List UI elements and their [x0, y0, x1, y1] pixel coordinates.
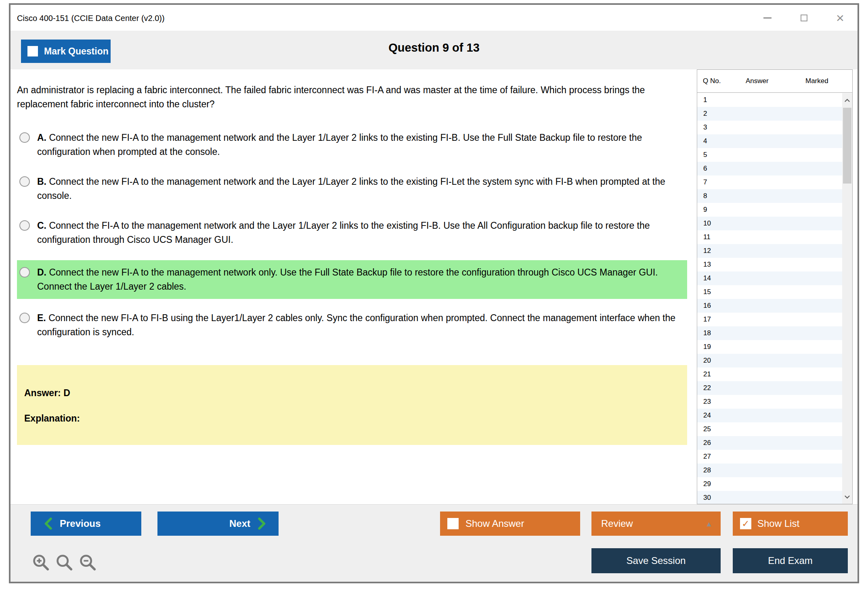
zoom-reset-icon[interactable] — [55, 553, 73, 572]
option-b-radio[interactable] — [19, 176, 30, 187]
minimize-button[interactable] — [762, 13, 773, 23]
question-list-row[interactable]: 17 — [697, 313, 842, 326]
option-d-text: D. Connect the new FI-A to the managemen… — [37, 265, 682, 294]
question-list-row[interactable]: 3 — [697, 121, 842, 134]
explanation-label: Explanation: — [24, 411, 679, 426]
close-button[interactable]: × — [835, 13, 845, 23]
option-d-radio[interactable] — [19, 267, 30, 278]
option-e-text: E. Connect the new FI-A to FI-B using th… — [37, 311, 682, 339]
next-label: Next — [229, 518, 250, 529]
review-button[interactable]: Review ▲ — [591, 512, 721, 536]
option-d-correct-highlight[interactable]: D. Connect the new FI-A to the managemen… — [17, 260, 687, 299]
chevron-right-icon — [258, 518, 266, 530]
question-list-row[interactable]: 30 — [697, 491, 842, 504]
scroll-up-button[interactable] — [842, 94, 852, 106]
zoom-out-icon[interactable] — [78, 553, 97, 572]
close-icon: × — [836, 13, 844, 23]
option-c[interactable]: C. Connect the FI-A to the management ne… — [17, 216, 687, 249]
question-panel: An administrator is replacing a fabric i… — [10, 69, 697, 504]
column-marked: Marked — [805, 77, 852, 85]
end-exam-label: End Exam — [768, 555, 813, 566]
show-answer-button[interactable]: Show Answer — [440, 512, 580, 536]
chevron-down-icon — [845, 493, 850, 499]
body-area: An administrator is replacing a fabric i… — [10, 69, 858, 504]
question-list-row[interactable]: 28 — [697, 464, 842, 477]
option-c-radio[interactable] — [19, 220, 30, 231]
minimize-icon — [763, 17, 772, 19]
triangle-up-icon: ▲ — [705, 520, 713, 528]
checkmark-icon: ✓ — [742, 518, 749, 529]
show-answer-checkbox[interactable] — [447, 518, 459, 529]
previous-label: Previous — [60, 518, 101, 529]
question-list-row[interactable]: 4 — [697, 134, 842, 148]
question-list-row[interactable]: 22 — [697, 381, 842, 395]
question-list-rows: 1234567891011121314151617181920212223242… — [697, 93, 842, 504]
question-list-row[interactable]: 23 — [697, 395, 842, 409]
option-c-text: C. Connect the FI-A to the management ne… — [37, 219, 682, 247]
question-list-row[interactable]: 7 — [697, 175, 842, 189]
question-list-scrollbar[interactable] — [842, 93, 852, 504]
question-list-row[interactable]: 19 — [697, 340, 842, 354]
question-counter: Question 9 of 13 — [10, 41, 858, 54]
next-button[interactable]: Next — [157, 512, 279, 536]
answer-explanation-box: Answer: D Explanation: — [17, 365, 687, 445]
maximize-button[interactable] — [799, 13, 809, 23]
show-list-button[interactable]: ✓ Show List — [733, 512, 848, 536]
question-list-row[interactable]: 24 — [697, 409, 842, 422]
question-list-row[interactable]: 27 — [697, 450, 842, 464]
window-controls: × — [762, 11, 845, 24]
question-list-row[interactable]: 9 — [697, 203, 842, 217]
option-b-text: B. Connect the new FI-A to the managemen… — [37, 175, 682, 203]
question-list-row[interactable]: 13 — [697, 258, 842, 271]
chevron-left-icon — [44, 518, 52, 530]
zoom-toolbar — [31, 553, 97, 572]
option-e-radio[interactable] — [19, 313, 30, 323]
window-title: Cisco 400-151 (CCIE Data Center (v2.0)) — [17, 14, 165, 23]
question-list-row[interactable]: 14 — [697, 271, 842, 285]
column-answer: Answer — [746, 77, 805, 85]
show-answer-label: Show Answer — [465, 518, 524, 529]
answer-label: Answer: D — [24, 386, 679, 400]
question-list-row[interactable]: 2 — [697, 107, 842, 121]
question-list-row[interactable]: 16 — [697, 299, 842, 313]
question-list-row[interactable]: 8 — [697, 189, 842, 203]
maximize-icon — [801, 15, 807, 21]
title-bar: Cisco 400-151 (CCIE Data Center (v2.0)) … — [10, 5, 858, 31]
question-list-row[interactable]: 29 — [697, 477, 842, 491]
option-a-radio[interactable] — [19, 132, 30, 143]
scroll-down-button[interactable] — [842, 491, 852, 503]
footer-bar: Previous Next Show Answer Review ▲ ✓ Sho… — [10, 504, 858, 582]
question-list-row[interactable]: 10 — [697, 217, 842, 230]
save-session-button[interactable]: Save Session — [591, 548, 721, 573]
question-list-panel: Q No. Answer Marked 12345678910111213141… — [697, 69, 853, 504]
previous-button[interactable]: Previous — [31, 512, 141, 536]
question-list-row[interactable]: 15 — [697, 285, 842, 299]
question-list-row[interactable]: 26 — [697, 436, 842, 450]
question-list-row[interactable]: 18 — [697, 326, 842, 340]
question-list-row[interactable]: 12 — [697, 244, 842, 258]
question-list-row[interactable]: 5 — [697, 148, 842, 162]
show-list-label: Show List — [757, 518, 799, 529]
question-list-row[interactable]: 25 — [697, 422, 842, 436]
scrollbar-thumb[interactable] — [843, 108, 851, 184]
question-list-row[interactable]: 11 — [697, 230, 842, 244]
review-label: Review — [601, 518, 633, 529]
option-a[interactable]: A. Connect the new FI-A to the managemen… — [17, 128, 687, 161]
option-e[interactable]: E. Connect the new FI-A to FI-B using th… — [17, 309, 687, 342]
question-list-row[interactable]: 6 — [697, 162, 842, 175]
question-text: An administrator is replacing a fabric i… — [17, 83, 687, 111]
exam-header: Mark Question Question 9 of 13 — [10, 31, 858, 69]
question-list-row[interactable]: 20 — [697, 354, 842, 367]
column-qno: Q No. — [703, 77, 746, 85]
question-list-row[interactable]: 21 — [697, 367, 842, 381]
end-exam-button[interactable]: End Exam — [733, 548, 848, 573]
option-b[interactable]: B. Connect the new FI-A to the managemen… — [17, 172, 687, 205]
option-a-text: A. Connect the new FI-A to the managemen… — [37, 131, 682, 159]
chevron-up-icon — [845, 98, 850, 104]
zoom-in-icon[interactable] — [31, 553, 50, 572]
save-session-label: Save Session — [627, 555, 686, 566]
question-list-header: Q No. Answer Marked — [697, 70, 852, 93]
question-list-row[interactable]: 1 — [697, 93, 842, 107]
show-list-checkbox[interactable]: ✓ — [740, 518, 751, 529]
app-window: Cisco 400-151 (CCIE Data Center (v2.0)) … — [9, 3, 859, 583]
